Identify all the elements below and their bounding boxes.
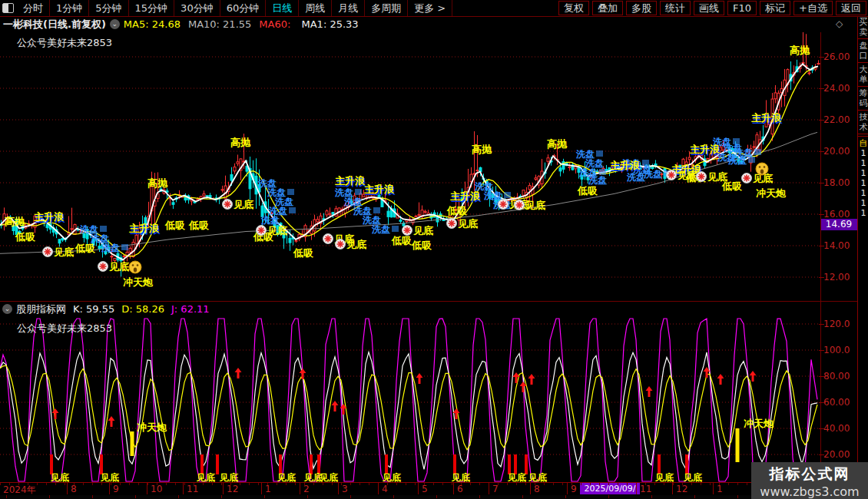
candle-body [46,224,48,227]
kdj-indicator-chart[interactable]: 见底见底见底见底见底见底见底见底见底见底见底见底见底冲天炮冲天炮 [0,316,820,482]
minor-tick [654,483,655,485]
candle-body [172,203,174,205]
sidebar-quote-digit: 1 [858,188,868,198]
period-tab-日线[interactable]: 日线 [266,0,299,16]
candle-body [58,240,61,243]
date-label: 2 [303,484,310,494]
buy-signal-arrow [300,368,306,379]
sidebar-tab[interactable]: 口 [858,51,868,61]
value-tick-mark [819,324,824,325]
bottom-tick [694,495,695,498]
action-button-叠加[interactable]: 叠加 [592,1,623,15]
chip-square [289,207,296,213]
action-button-标记[interactable]: 标记 [760,1,790,15]
month-tick [636,483,637,494]
minor-tick [129,483,130,485]
date-label: 12 [227,484,238,494]
period-tab-15分钟[interactable]: 15分钟 [129,0,175,16]
minor-tick [147,483,148,485]
candle-body [774,93,777,99]
chip-square [754,149,761,155]
candle-body [221,190,224,190]
gaopao-label: 高抛 [230,137,251,148]
minor-tick [664,483,664,485]
collapse-chevron-icon[interactable]: ⌄ [2,304,12,314]
window-layout-icon[interactable] [2,3,14,13]
period-tab-分时[interactable]: 分时 [17,0,50,16]
action-button-F10[interactable]: F10 [727,1,757,15]
gaopao-label: 高抛 [147,177,168,189]
price-tick-mark [819,120,824,121]
date-label: 1 [265,484,271,494]
main-candlestick-chart[interactable]: 洗盘洗盘洗盘洗盘洗盘洗盘洗盘洗盘洗盘洗盘洗盘洗盘洗盘洗盘洗盘洗盘洗盘洗盘洗盘洗盘… [0,32,820,301]
minor-tick [249,483,250,485]
chip-square [100,226,107,232]
sidebar-tab[interactable]: 大 [858,64,868,74]
price-tick-label: 22.00 [823,114,857,125]
sidebar-tab[interactable]: 技 [858,112,868,122]
minor-tick [544,483,545,485]
diamond-icon[interactable]: ◇ [836,18,843,29]
date-crosshair-tag: 2025/09/09/二 [580,483,640,494]
zhusheng-label: 主升浪 [690,144,721,155]
period-tab-月线[interactable]: 月线 [332,0,365,16]
price-tick-label: 18.00 [823,177,857,188]
jiandi-label: 见底 [346,239,366,250]
sidebar-tab[interactable]: 术 [858,122,868,132]
action-button-复权[interactable]: 复权 [558,1,589,15]
price-tick-mark [819,57,824,58]
kdj-value: D: 58.26 [121,303,164,315]
sidebar-tab[interactable]: 筹 [858,88,868,98]
jiandi-label: 见底 [233,199,253,210]
minor-tick [111,483,111,485]
value-tick-mark [819,454,824,455]
bottom-tick [565,495,566,498]
sidebar-tab[interactable]: 卖 [858,27,868,37]
sidebar-tab[interactable]: 单 [858,74,868,84]
minor-tick [452,483,452,485]
minor-tick [138,483,139,485]
period-tab-1分钟[interactable]: 1分钟 [50,0,89,16]
action-button-画线[interactable]: 画线 [694,1,724,15]
period-tab-多周期[interactable]: 多周期 [365,0,408,16]
minor-tick [212,483,213,485]
minor-tick [65,483,65,485]
minor-tick [673,483,674,485]
date-axis[interactable]: 2025/09/09/二 2024年8910111212345678911121 [0,482,868,496]
right-sidebar-tabs[interactable]: 买卖盘口大单筹码技术自1111111 [857,17,868,484]
sidebar-tab-active[interactable]: 自 [858,138,868,148]
jiandi-bottom-label: 见底 [507,472,526,482]
action-button-+自选[interactable]: +自选 [793,1,833,15]
date-label: 8 [71,484,77,494]
chip-square [748,157,755,163]
candle-body [295,240,297,241]
period-tab-5分钟[interactable]: 5分钟 [89,0,128,16]
month-tick [567,483,568,494]
minor-tick [166,483,167,485]
jiandi-label: 见底 [525,200,545,211]
action-button-多股[interactable]: 多股 [626,1,657,15]
candle-body [326,211,328,215]
sidebar-separator [858,110,868,111]
action-button-返回[interactable]: 返回 [836,1,866,15]
period-tab-60分钟[interactable]: 60分钟 [220,0,267,16]
jiandi-bottom-label: 见底 [683,472,702,482]
chip-square [392,226,399,232]
collapse-chevron-icon[interactable]: ⌄ [110,19,120,29]
jiandi-label: 见底 [412,225,433,236]
jiandi-label: 见底 [267,225,287,236]
sidebar-tab[interactable]: 买 [858,17,868,27]
sidebar-tab[interactable]: 码 [858,98,868,108]
action-button-统计[interactable]: 统计 [660,1,691,15]
period-tab-30分钟[interactable]: 30分钟 [174,0,220,16]
sidebar-quote-digit: 1 [858,208,868,218]
sidebar-tab[interactable]: 盘 [858,41,868,51]
period-tab-周线[interactable]: 周线 [299,0,332,16]
jiandi-label: 见底 [707,171,727,183]
period-tab-更多 >[interactable]: 更多 > [408,0,452,16]
site-watermark: 指标公式网 www.zbgs3.com [751,462,868,499]
candle-body [203,194,205,197]
axis-separator-line [820,32,821,482]
minor-tick [553,483,554,485]
rocket-sub-label: 冲天炮 [744,418,774,429]
